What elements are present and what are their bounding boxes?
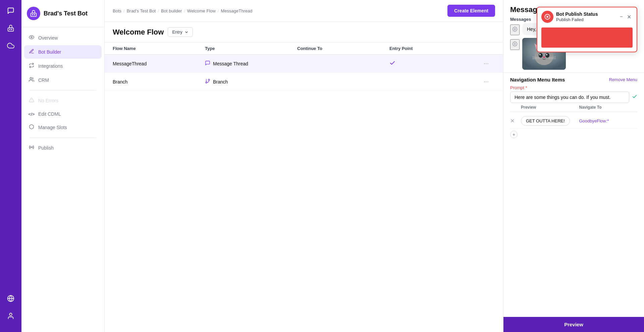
row-2-type: Branch [205,78,297,85]
breadcrumb: Bots / Brad's Test Bot / Bot builder / W… [113,8,252,13]
message-gear-button-2[interactable] [510,39,520,50]
notification-close-button[interactable]: ✕ [626,13,633,21]
notification-error-bar [541,27,633,48]
row-1-actions: ··· [482,59,495,68]
remove-menu-button[interactable]: Remove Menu [609,77,637,82]
breadcrumb-bots[interactable]: Bots [113,8,121,13]
svg-point-8 [34,14,35,15]
integrations-icon [28,63,35,69]
entry-dropdown[interactable]: Entry [168,27,193,37]
prompt-input[interactable] [510,92,629,103]
menu-col-navigate: Navigate To [579,105,638,110]
col-entry-point: Entry Point [389,46,482,51]
user-icon[interactable] [4,309,17,323]
flow-title: Welcome Flow [113,28,164,37]
nav-item-edit-cdml[interactable]: </> Edit CDML [24,108,102,120]
svg-rect-6 [31,13,37,16]
col-continue-to: Continue To [297,46,389,51]
chat-icon[interactable] [4,4,17,17]
nav-items: Overview Bot Builder Integrations CRM N [21,27,104,159]
menu-row: ✕ GET OUTTA HERE! GoodbyeFlow:* [510,113,637,129]
breadcrumb-sep-1: / [123,8,125,13]
bot-name: Brad's Test Bot [44,10,88,17]
message-gear-button-1[interactable] [510,24,520,35]
manage-slots-label: Manage Slots [38,125,67,130]
notification-subtitle: Publish Failed [556,17,598,22]
add-menu-row-button[interactable]: + [510,129,637,140]
svg-rect-0 [8,28,14,31]
breadcrumb-bar: Bots / Brad's Test Bot / Bot builder / W… [105,0,503,22]
edit-cdml-label: Edit CDML [38,111,61,117]
menu-table-header: Preview Navigate To [510,103,637,112]
message-thread-icon [205,60,210,67]
svg-point-1 [9,29,10,30]
table-row[interactable]: MessageThread Message Thread ··· [105,55,503,73]
nav-menu-header: Navigation Menu Items Remove Menu [510,77,637,82]
prompt-input-row [510,92,637,103]
table-row[interactable]: Branch Branch ··· [105,73,503,91]
overview-icon [28,35,35,41]
notification-title: Bot Publish Status [556,11,598,17]
nav-menu-section: Navigation Menu Items Remove Menu Prompt… [503,72,644,140]
prompt-check-icon [632,94,637,101]
prompt-required: * [524,85,527,90]
create-element-button[interactable]: Create Element [447,5,495,17]
bot-avatar [27,7,40,20]
edit-cdml-icon: </> [28,112,35,117]
menu-btn-get-outta-here[interactable]: GET OUTTA HERE! [521,116,570,126]
row-1-entry-point [389,60,482,67]
bot-builder-label: Bot Builder [38,49,61,55]
flow-table: MessageThread Message Thread ··· Branch [105,55,503,332]
notification-text: Bot Publish Status Publish Failed [556,11,598,22]
nav-item-integrations[interactable]: Integrations [24,59,102,73]
cloud-icon[interactable] [4,39,17,52]
nav-item-overview[interactable]: Overview [24,31,102,45]
notification-header: Bot Publish Status Publish Failed − ✕ [537,7,637,26]
panel-preview-button[interactable]: Preview [503,317,644,332]
nav-divider-1 [30,90,96,91]
nav-item-bot-builder[interactable]: Bot Builder [24,45,102,59]
nav-item-crm[interactable]: CRM [24,73,102,87]
nav-item-publish[interactable]: Publish [24,141,102,155]
chevron-down-icon [184,30,189,34]
globe-icon[interactable] [4,292,17,305]
svg-point-13 [31,147,32,148]
svg-point-7 [32,14,33,15]
svg-point-25 [539,53,543,58]
breadcrumb-bot-builder[interactable]: Bot builder [161,8,182,13]
plus-icon: + [510,131,518,138]
menu-row-preview: GET OUTTA HERE! [521,116,579,126]
svg-point-28 [546,54,547,55]
branch-icon [205,78,210,85]
flow-header: Welcome Flow Entry [105,22,503,43]
notification-minimize-button[interactable]: − [619,13,624,21]
svg-point-5 [9,313,12,316]
entry-label: Entry [172,30,182,35]
menu-col-actions [510,105,521,110]
row-2-more-button[interactable]: ··· [482,77,491,86]
overview-label: Overview [38,35,58,41]
crm-label: CRM [38,77,49,83]
row-1-more-button[interactable]: ··· [482,59,491,68]
icon-sidebar [0,0,21,332]
publish-label: Publish [38,145,54,151]
notification-popup: Bot Publish Status Publish Failed − ✕ [537,7,637,52]
notification-body [537,27,637,52]
nav-divider-2 [30,137,96,138]
integrations-label: Integrations [38,63,63,69]
menu-row-remove-button[interactable]: ✕ [510,118,521,124]
breadcrumb-sep-3: / [184,8,185,13]
crm-icon [28,77,35,84]
breadcrumb-welcome-flow[interactable]: Welcome Flow [187,8,216,13]
breadcrumb-brad[interactable]: Brad's Test Bot [127,8,156,13]
breadcrumb-message-thread[interactable]: MessageThread [221,8,252,13]
bot-builder-icon[interactable] [4,21,17,35]
bot-header: Brad's Test Bot [21,0,104,27]
nav-item-manage-slots[interactable]: Manage Slots [24,121,102,134]
notification-controls: − ✕ [619,13,633,21]
prompt-label: Prompt * [510,85,637,90]
bot-builder-nav-icon [28,49,35,55]
nav-item-no-errors: No Errors [24,94,102,107]
svg-point-17 [514,29,516,30]
menu-row-navigate-to[interactable]: GoodbyeFlow:* [579,118,638,123]
